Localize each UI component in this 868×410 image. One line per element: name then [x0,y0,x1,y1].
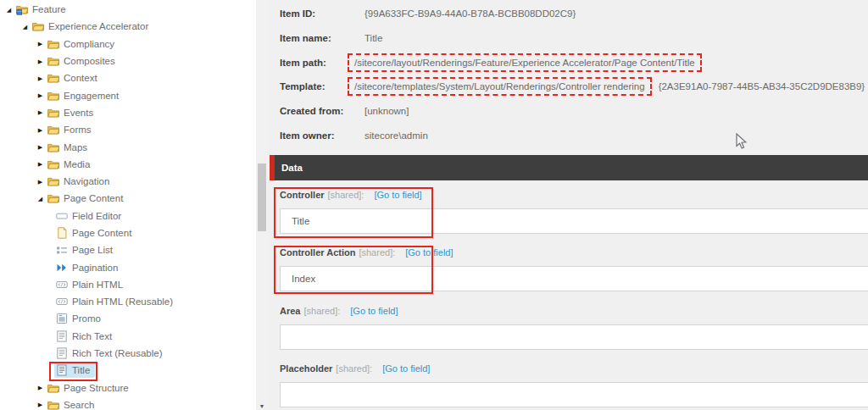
tree-item-events[interactable]: ▶Events [0,104,256,121]
folder-icon [47,192,59,204]
tree-item-navigation[interactable]: ▶Navigation [0,173,256,190]
template-guid: {2A3E91A0-7987-44B5-AB34-35C2D9DE83B9} [659,81,865,91]
tree-scrollbar[interactable]: ▼ [256,0,268,410]
tree-item-experience-accelerator[interactable]: ◢Experience Accelerator [0,18,256,35]
detail-label: Item name: [280,33,364,43]
tree-item-page-list[interactable]: Page List [0,241,256,258]
collapsed-arrow-icon[interactable]: ▶ [35,144,46,150]
collapsed-arrow-icon[interactable]: ▶ [35,385,46,391]
field-label-row: Placeholder[shared]:[Go to field] [280,362,868,375]
node-chip: Composites [46,53,120,69]
field-name: Controller Action [280,247,355,258]
expanded-arrow-icon[interactable]: ◢ [35,196,46,202]
folder-icon [47,107,59,119]
tree-item-label: Experience Accelerator [48,21,148,31]
go-to-field-link[interactable]: [Go to field] [374,190,421,200]
tree-item-composites[interactable]: ▶Composites [0,53,256,69]
detail-value-annotated: /sitecore/templates/System/Layout/Render… [348,77,652,96]
tree-item-label: Search [64,400,94,410]
detail-label: Created from: [280,106,364,116]
tree-item-feature[interactable]: ◢Feature [0,1,256,18]
tree-item-label: Engagement [64,91,119,101]
field-group-controller: Controller[shared]:[Go to field] [268,188,868,234]
node-chip: Rich Text (Reusable) [54,346,168,361]
detail-value: [unknown] [364,106,409,116]
tree-item-page-content[interactable]: Page Content [0,224,256,241]
collapsed-arrow-icon[interactable]: ▶ [35,41,46,47]
field-input-area[interactable] [280,324,868,350]
tree-item-label: Page Content [72,228,131,238]
title-icon [56,364,68,376]
detail-row-item-path: Item path:/sitecore/layout/Renderings/Fe… [268,50,868,75]
tree-item-page-content[interactable]: ◢Page Content [0,190,256,207]
tree-item-title[interactable]: Title [0,362,256,379]
tree-item-plain-html[interactable]: Plain HTML [0,276,256,293]
go-to-field-link[interactable]: [Go to field] [405,247,453,258]
detail-value: {99A633FC-B9A9-44A0-B78A-BCBB08DD02C9} [364,8,576,19]
field-input-placeholder[interactable] [280,382,868,407]
tree-item-label: Page Structure [64,383,129,393]
node-chip: Page List [54,242,118,258]
scrollbar-thumb[interactable] [258,163,266,231]
tree-item-label: Page Content [64,193,123,203]
tree-item-promo[interactable]: Promo [0,310,256,327]
collapsed-arrow-icon[interactable]: ▶ [35,127,46,133]
tree-item-compliancy[interactable]: ▶Compliancy [0,36,256,53]
node-chip: Search [46,397,99,410]
tree-item-plain-html-reusable[interactable]: Plain HTML (Reusable) [0,293,256,310]
field-input-controller-action[interactable] [280,266,868,291]
collapsed-arrow-icon[interactable]: ▶ [35,75,46,81]
tree-item-context[interactable]: ▶Context [0,69,256,86]
pagination-icon [56,262,68,274]
go-to-field-link[interactable]: [Go to field] [382,363,430,374]
field-group-area: Area[shared]:[Go to field] [268,304,868,350]
tree-item-forms[interactable]: ▶Forms [0,121,256,138]
detail-row-created-from: Created from:[unknown] [268,99,868,124]
collapsed-arrow-icon[interactable]: ▶ [35,92,46,98]
collapsed-arrow-icon[interactable]: ▶ [35,58,46,64]
rich-text-icon [56,330,68,342]
tree-item-media[interactable]: ▶Media [0,156,256,173]
tree-item-engagement[interactable]: ▶Engagement [0,86,256,103]
node-chip: Experience Accelerator [31,19,153,34]
tree-item-search[interactable]: ▶Search [0,396,256,410]
collapsed-arrow-icon[interactable]: ▶ [35,179,46,185]
detail-value-annotated: /sitecore/layout/Renderings/Feature/Expe… [348,53,702,72]
node-chip: Page Structure [46,380,134,396]
section-title: Data [281,163,303,173]
tree-item-maps[interactable]: ▶Maps [0,138,256,155]
node-chip: Maps [46,140,92,155]
field-group-controller-action: Controller Action[shared]:[Go to field] [268,246,868,291]
tree-item-page-structure[interactable]: ▶Page Structure [0,380,256,396]
quick-info-section: Item ID:{99A633FC-B9A9-44A0-B78A-BCBB08D… [268,2,868,147]
tree-item-label: Forms [64,125,92,135]
page-list-icon [56,244,68,256]
collapsed-arrow-icon[interactable]: ▶ [35,402,46,407]
tree-item-rich-text[interactable]: Rich Text [0,328,256,345]
detail-label: Item owner: [280,130,364,141]
field-input-controller[interactable] [280,208,868,234]
folder-icon [47,141,59,153]
tree-item-label: Events [64,108,93,118]
node-chip: Page Content [46,191,128,206]
field-name: Controller [280,190,325,200]
expanded-arrow-icon[interactable]: ◢ [3,7,14,13]
node-chip: Context [46,70,103,86]
tree-item-pagination[interactable]: Pagination [0,258,256,275]
expanded-arrow-icon[interactable]: ◢ [19,24,31,30]
tree-item-label: Promo [72,313,101,324]
folder-icon [47,38,59,50]
tree-item-field-editor[interactable]: Field Editor [0,208,256,224]
folder-icon [32,20,44,32]
tree-item-label: Navigation [64,176,109,186]
detail-row-item-id: Item ID:{99A633FC-B9A9-44A0-B78A-BCBB08D… [268,2,868,26]
detail-row-template: Template:/sitecore/templates/System/Layo… [268,75,868,99]
go-to-field-link[interactable]: [Go to field] [350,306,398,316]
collapsed-arrow-icon[interactable]: ▶ [35,109,46,115]
tree-item-rich-text-reusable[interactable]: Rich Text (Reusable) [0,345,256,362]
collapsed-arrow-icon[interactable]: ▶ [35,161,46,167]
tree-item-label: Maps [64,142,87,152]
tree-item-label: Feature [32,4,66,14]
scrollbar-down-arrow-icon[interactable]: ▼ [256,403,268,409]
feature-folder-icon [16,3,28,15]
